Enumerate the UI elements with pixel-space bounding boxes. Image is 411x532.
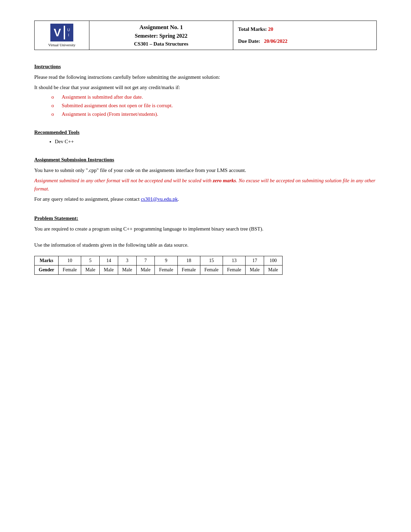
table-cell: 3 (118, 256, 136, 265)
table-cell: 15 (200, 256, 223, 265)
list-item: Assignment is submitted after due date. (62, 94, 377, 100)
table-cell: Female (155, 265, 177, 275)
table-cell: 9 (155, 256, 177, 265)
instructions-intro2: It should be clear that your assignment … (34, 83, 377, 91)
logo-bar (64, 26, 65, 39)
logo-subtitle: Virtual University (48, 43, 76, 47)
row-header-gender: Gender (35, 265, 59, 275)
problem-para2: Use the information of students given in… (34, 241, 377, 249)
header-center: Assignment No. 1 Semester: Spring 2022 C… (89, 21, 233, 50)
table-cell: 5 (81, 256, 100, 265)
table-cell: 14 (100, 256, 118, 265)
total-marks: Total Marks: 20 (238, 26, 372, 32)
submission-section: Assignment Submission Instructions You h… (34, 157, 377, 203)
header-right: Total Marks: 20 Due Date: 20/06/2022 (233, 21, 377, 50)
due-date-value: 20/06/2022 (264, 38, 287, 44)
recommended-tools-title: Recommended Tools (34, 129, 377, 135)
vu-logo: V UI Virtual University (39, 24, 84, 47)
logo-right-text: UI (67, 27, 70, 38)
table-cell: 100 (264, 256, 283, 265)
problem-para1: You are required to create a program usi… (34, 225, 377, 233)
logo-v: V (54, 27, 61, 38)
assignment-title: Assignment No. 1 (94, 24, 228, 31)
table-cell: 7 (136, 256, 155, 265)
list-item: Submitted assignment does not open or fi… (62, 103, 377, 109)
problem-statement-section: Problem Statement: You are required to c… (34, 215, 377, 275)
contact-period: . (178, 196, 179, 202)
list-item: Assignment is copied (From internet/stud… (62, 111, 377, 117)
instructions-title: Instructions (34, 64, 377, 70)
due-date: Due Date: 20/06/2022 (238, 38, 372, 44)
table-cell: Male (100, 265, 118, 275)
instructions-list: Assignment is submitted after due date. … (34, 94, 377, 117)
table-cell: Male (264, 265, 283, 275)
course: CS301 – Data Structures (94, 41, 228, 47)
problem-statement-title: Problem Statement: (34, 215, 377, 221)
table-cell: Male (246, 265, 264, 275)
contact-email[interactable]: cs301@vu.edu.pk (141, 196, 178, 202)
table-cell: Male (81, 265, 100, 275)
semester: Semester: Spring 2022 (94, 33, 228, 39)
submission-title: Assignment Submission Instructions (34, 157, 377, 163)
due-date-label: Due Date: (238, 38, 260, 44)
table-row-gender: Gender Female Male Male Male Male Female… (35, 265, 283, 275)
submission-warning: Assignment submitted in any other format… (34, 176, 377, 193)
table-cell: Female (177, 265, 200, 275)
header-table: V UI Virtual University Assignment No. 1… (34, 21, 377, 50)
data-table: Marks 10 5 14 3 7 9 18 15 13 17 100 Gend… (34, 256, 283, 275)
table-cell: Female (223, 265, 246, 275)
submission-para1: You have to submit only ".cpp" file of y… (34, 166, 377, 174)
logo-cell: V UI Virtual University (35, 21, 89, 50)
table-cell: 18 (177, 256, 200, 265)
table-cell: 10 (59, 256, 81, 265)
table-cell: 17 (246, 256, 264, 265)
total-marks-value: 20 (268, 26, 273, 32)
instructions-section: Instructions Please read the following i… (34, 64, 377, 117)
tools-list: Dev C++ (34, 139, 377, 145)
row-header-marks: Marks (35, 256, 59, 265)
table-row-marks: Marks 10 5 14 3 7 9 18 15 13 17 100 (35, 256, 283, 265)
total-marks-label: Total Marks: (238, 26, 267, 32)
instructions-intro1: Please read the following instructions c… (34, 73, 377, 81)
contact-text: For any query related to assignment, ple… (34, 195, 377, 203)
list-item: Dev C++ (55, 139, 377, 145)
table-cell: Male (118, 265, 136, 275)
table-cell: Male (136, 265, 155, 275)
table-cell: 13 (223, 256, 246, 265)
recommended-tools-section: Recommended Tools Dev C++ (34, 129, 377, 145)
table-cell: Female (59, 265, 81, 275)
contact-label: For any query related to assignment, ple… (34, 196, 139, 202)
table-cell: Female (200, 265, 223, 275)
